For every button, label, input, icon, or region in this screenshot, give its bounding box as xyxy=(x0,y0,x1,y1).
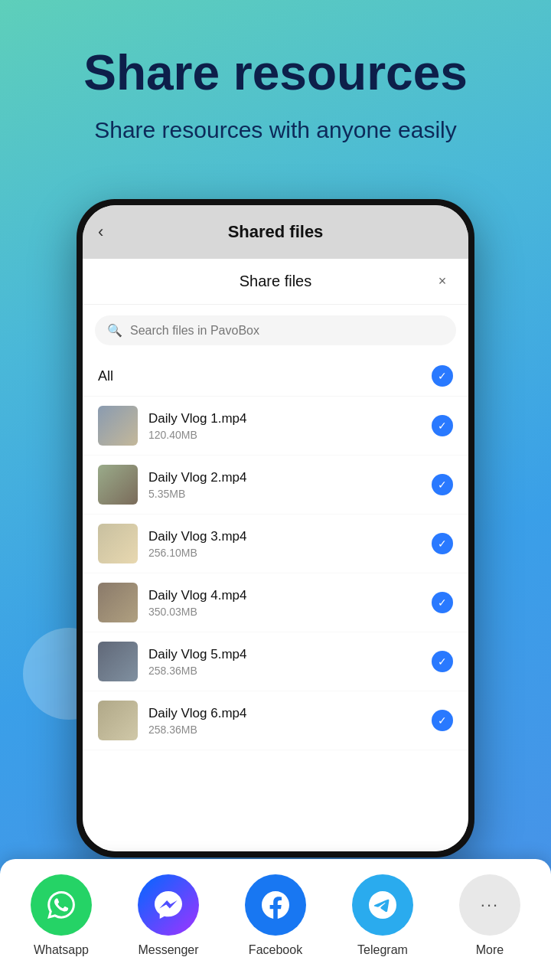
file-check-icon: ✓ xyxy=(432,710,453,731)
file-thumbnail xyxy=(98,701,138,740)
file-item[interactable]: Daily Vlog 5.mp4 258.36MB ✓ xyxy=(83,632,468,691)
all-row[interactable]: All ✓ xyxy=(83,356,468,397)
share-apps-row: Whatsapp Messenger Facebook Telegram ···… xyxy=(8,874,543,957)
file-info: Daily Vlog 6.mp4 258.36MB xyxy=(148,706,421,736)
file-size: 120.40MB xyxy=(148,429,421,441)
file-check-icon: ✓ xyxy=(432,651,453,672)
file-thumbnail xyxy=(98,583,138,622)
share-app-messenger[interactable]: Messenger xyxy=(138,874,199,957)
share-app-more[interactable]: ··· More xyxy=(459,874,520,957)
file-size: 258.36MB xyxy=(148,665,421,677)
file-item[interactable]: Daily Vlog 3.mp4 256.10MB ✓ xyxy=(83,514,468,573)
search-icon: 🔍 xyxy=(107,323,122,338)
file-name: Daily Vlog 6.mp4 xyxy=(148,706,421,721)
file-size: 256.10MB xyxy=(148,547,421,559)
file-info: Daily Vlog 4.mp4 350.03MB xyxy=(148,588,421,618)
modal-header: Share files × xyxy=(83,259,468,305)
back-arrow-icon[interactable]: ‹ xyxy=(98,222,103,242)
share-app-whatsapp[interactable]: Whatsapp xyxy=(31,874,92,957)
phone-mockup: ‹ Shared files Share files × 🔍 xyxy=(77,199,474,858)
file-name: Daily Vlog 4.mp4 xyxy=(148,588,421,603)
share-files-modal: Share files × 🔍 All ✓ xyxy=(83,259,468,851)
file-info: Daily Vlog 3.mp4 256.10MB xyxy=(148,529,421,559)
hero-subtitle: Share resources with anyone easily xyxy=(31,115,520,145)
modal-title: Share files xyxy=(240,273,312,290)
whatsapp-icon xyxy=(31,874,92,936)
file-item[interactable]: Daily Vlog 2.mp4 5.35MB ✓ xyxy=(83,456,468,514)
all-check-icon: ✓ xyxy=(432,365,453,387)
facebook-label: Facebook xyxy=(249,943,302,957)
share-app-facebook[interactable]: Facebook xyxy=(245,874,306,957)
more-icon: ··· xyxy=(459,874,520,936)
file-name: Daily Vlog 2.mp4 xyxy=(148,470,421,485)
phone-screen: ‹ Shared files Share files × 🔍 xyxy=(83,205,468,851)
more-label: More xyxy=(476,943,504,957)
file-check-icon: ✓ xyxy=(432,533,453,554)
search-input[interactable] xyxy=(130,324,444,338)
file-size: 5.35MB xyxy=(148,488,421,500)
file-info: Daily Vlog 1.mp4 120.40MB xyxy=(148,411,421,441)
file-check-icon: ✓ xyxy=(432,415,453,436)
close-button[interactable]: × xyxy=(432,271,453,292)
search-bar: 🔍 xyxy=(95,315,456,345)
file-item[interactable]: Daily Vlog 4.mp4 350.03MB ✓ xyxy=(83,573,468,632)
file-name: Daily Vlog 1.mp4 xyxy=(148,411,421,426)
file-check-icon: ✓ xyxy=(432,592,453,613)
file-thumbnail xyxy=(98,406,138,446)
file-list: Daily Vlog 1.mp4 120.40MB ✓ Daily Vlog 2… xyxy=(83,397,468,750)
phone-frame: ‹ Shared files Share files × 🔍 xyxy=(77,199,474,858)
hero-section: Share resources Share resources with any… xyxy=(0,0,551,160)
file-info: Daily Vlog 2.mp4 5.35MB xyxy=(148,470,421,500)
file-item[interactable]: Daily Vlog 6.mp4 258.36MB ✓ xyxy=(83,691,468,750)
file-name: Daily Vlog 5.mp4 xyxy=(148,647,421,662)
share-bottom-sheet: Whatsapp Messenger Facebook Telegram ···… xyxy=(0,859,551,980)
telegram-label: Telegram xyxy=(357,943,408,957)
all-label: All xyxy=(98,368,113,384)
messenger-icon xyxy=(138,874,199,936)
file-name: Daily Vlog 3.mp4 xyxy=(148,529,421,544)
telegram-icon xyxy=(352,874,413,936)
messenger-label: Messenger xyxy=(138,943,198,957)
file-thumbnail xyxy=(98,465,138,505)
shared-files-header: ‹ Shared files xyxy=(83,205,468,259)
whatsapp-label: Whatsapp xyxy=(34,943,89,957)
file-info: Daily Vlog 5.mp4 258.36MB xyxy=(148,647,421,677)
file-thumbnail xyxy=(98,524,138,564)
shared-files-title: Shared files xyxy=(228,222,324,242)
file-thumbnail xyxy=(98,642,138,681)
share-app-telegram[interactable]: Telegram xyxy=(352,874,413,957)
file-check-icon: ✓ xyxy=(432,474,453,495)
file-size: 350.03MB xyxy=(148,606,421,618)
file-size: 258.36MB xyxy=(148,724,421,736)
facebook-icon xyxy=(245,874,306,936)
hero-title: Share resources xyxy=(31,46,520,100)
file-item[interactable]: Daily Vlog 1.mp4 120.40MB ✓ xyxy=(83,397,468,456)
